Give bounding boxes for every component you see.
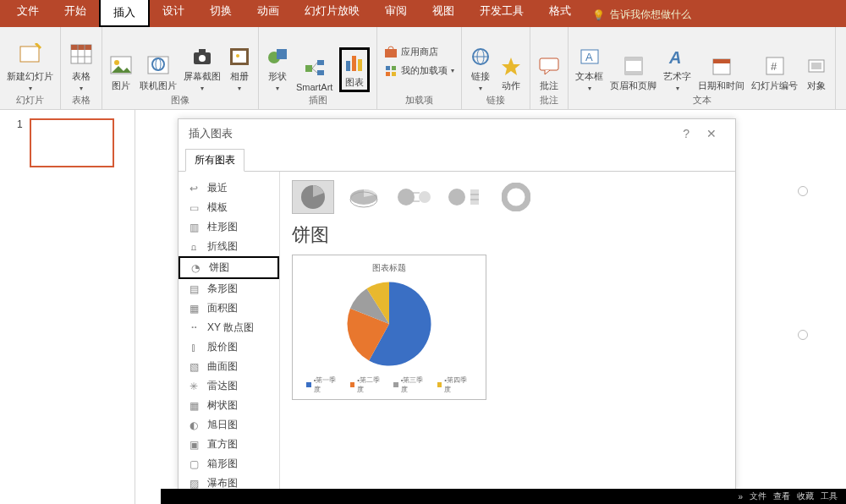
slide-number-button[interactable]: # 幻灯片编号 [751, 54, 798, 92]
action-icon [499, 54, 523, 78]
category-label: 条形图 [207, 282, 238, 296]
group-label: 文本 [693, 92, 711, 109]
tab-0[interactable]: 文件 [4, 0, 52, 27]
tab-7[interactable]: 审阅 [372, 0, 420, 27]
date-time-button[interactable]: 日期和时间 [698, 54, 744, 92]
svg-point-7 [114, 60, 119, 65]
tab-all-charts[interactable]: 所有图表 [185, 149, 244, 172]
table-label: 表格 [72, 70, 91, 83]
chart-category-item[interactable]: ◐旭日图 [179, 415, 279, 435]
pie-subtype-bar-of-pie[interactable] [444, 180, 486, 214]
tab-6[interactable]: 幻灯片放映 [292, 0, 372, 27]
slide-thumbnail-panel: 1 [0, 110, 135, 504]
chart-category-item[interactable]: ▨瀑布图 [179, 474, 279, 490]
chart-category-item[interactable]: ⫿股价图 [179, 337, 279, 357]
svg-point-52 [419, 191, 431, 203]
textbox-button[interactable]: A 文本框 [575, 45, 603, 92]
tab-4[interactable]: 切换 [197, 0, 244, 27]
status-item[interactable]: 工具 [821, 490, 838, 502]
textbox-label: 文本框 [575, 70, 603, 83]
category-label: XY 散点图 [207, 320, 254, 335]
legend-swatch-icon [437, 382, 442, 387]
svg-point-55 [448, 189, 465, 205]
chart-category-list: ↩最近▭模板▥柱形图⩍折线图◔饼图▤条形图▦面积图⠒XY 散点图⫿股价图▧曲面图… [179, 172, 280, 490]
tab-5[interactable]: 动画 [244, 0, 292, 27]
link-icon [469, 45, 492, 68]
online-picture-button[interactable]: 联机图片 [140, 54, 177, 92]
chart-category-item[interactable]: ▭模板 [179, 198, 279, 217]
dialog-tabs: 所有图表 [179, 148, 735, 172]
close-button[interactable]: ✕ [698, 127, 725, 140]
new-slide-button[interactable]: 新建幻灯片 [7, 41, 53, 92]
object-label: 对象 [807, 79, 826, 92]
chart-category-item[interactable]: ⩍折线图 [179, 237, 279, 256]
chart-category-item[interactable]: ▦面积图 [179, 299, 279, 318]
tab-9[interactable]: 开发工具 [467, 0, 536, 27]
tab-1[interactable]: 开始 [52, 0, 99, 27]
svg-line-22 [312, 63, 317, 68]
tell-me-box[interactable]: 💡 告诉我你想做什么 [584, 3, 700, 27]
smartart-button[interactable]: SmartArt [296, 57, 332, 92]
wordart-icon: A [666, 45, 689, 68]
category-label: 雷达图 [207, 379, 238, 393]
album-button[interactable]: 相册 [228, 45, 251, 92]
category-icon: ▨ [187, 477, 201, 490]
status-item[interactable]: 收藏 [797, 490, 814, 502]
app-store-button[interactable]: 应用商店 [384, 46, 438, 59]
status-item[interactable]: 查看 [773, 490, 790, 502]
screenshot-button[interactable]: 屏幕截图 [184, 45, 221, 92]
tab-10[interactable]: 格式 [536, 0, 584, 27]
svg-rect-19 [305, 65, 312, 72]
svg-rect-2 [71, 45, 91, 50]
chart-category-item[interactable]: ▤条形图 [179, 279, 279, 299]
chart-category-item[interactable]: ✳雷达图 [179, 376, 279, 396]
hyperlink-button[interactable]: 链接 [469, 45, 492, 92]
new-slide-icon [17, 41, 44, 68]
table-button[interactable]: 表格 [68, 41, 95, 92]
pie-subtype-2d[interactable] [292, 180, 334, 214]
ribbon-group-illustrations: 形状 SmartArt 图表 插图 [259, 27, 377, 109]
wordart-button[interactable]: A 艺术字 [663, 45, 691, 92]
action-button[interactable]: 动作 [499, 54, 523, 92]
chart-category-item[interactable]: ▣直方图 [179, 435, 279, 454]
comment-button[interactable]: 批注 [537, 54, 561, 92]
group-label: 图像 [171, 92, 190, 109]
group-label: 幻灯片 [16, 92, 44, 109]
placeholder-handle[interactable] [798, 186, 808, 196]
pie-subtype-doughnut[interactable] [495, 180, 537, 214]
chart-category-item[interactable]: ▥柱形图 [179, 217, 279, 237]
svg-rect-40 [625, 71, 642, 74]
status-expand-icon[interactable]: » [738, 492, 743, 501]
picture-button[interactable]: 图片 [109, 54, 133, 92]
my-addins-button[interactable]: 我的加载项 [384, 64, 454, 78]
screenshot-label: 屏幕截图 [184, 70, 221, 83]
chart-category-item[interactable]: ⠒XY 散点图 [179, 318, 279, 337]
chart-category-item[interactable]: ◔饼图 [179, 256, 279, 279]
svg-text:#: # [771, 60, 777, 73]
ribbon-group-table: 表格 表格 [61, 27, 102, 109]
chart-category-item[interactable]: ↩最近 [179, 178, 279, 198]
tab-8[interactable]: 视图 [420, 0, 467, 27]
tab-3[interactable]: 设计 [150, 0, 197, 27]
svg-rect-56 [470, 189, 479, 205]
slide-thumbnail[interactable] [30, 118, 114, 167]
pie-chart-icon [343, 277, 436, 370]
tab-2[interactable]: 插入 [99, 0, 150, 27]
shapes-button[interactable]: 形状 [266, 45, 289, 92]
status-item[interactable]: 文件 [750, 490, 766, 502]
chart-category-item[interactable]: ▧曲面图 [179, 357, 279, 376]
help-button[interactable]: ? [674, 127, 698, 140]
chart-preview-card[interactable]: 图表标题 •第一季度 •第二季度 •第三季度 •第四季度 [292, 255, 486, 400]
chart-category-item[interactable]: ▢箱形图 [179, 454, 279, 474]
dialog-titlebar[interactable]: 插入图表 ? ✕ [179, 119, 735, 148]
pie-subtype-3d[interactable] [343, 180, 385, 214]
header-footer-button[interactable]: 页眉和页脚 [610, 54, 656, 92]
category-icon: ▦ [187, 302, 201, 315]
header-footer-icon [622, 54, 645, 78]
object-button[interactable]: 对象 [805, 54, 828, 92]
ribbon: 新建幻灯片 幻灯片 表格 表格 图片 联机图片 [0, 27, 846, 110]
chart-button[interactable]: 图表 [339, 47, 370, 92]
chart-category-item[interactable]: ▦树状图 [179, 396, 279, 415]
pie-subtype-of-pie[interactable] [393, 180, 436, 214]
placeholder-handle[interactable] [798, 330, 808, 340]
